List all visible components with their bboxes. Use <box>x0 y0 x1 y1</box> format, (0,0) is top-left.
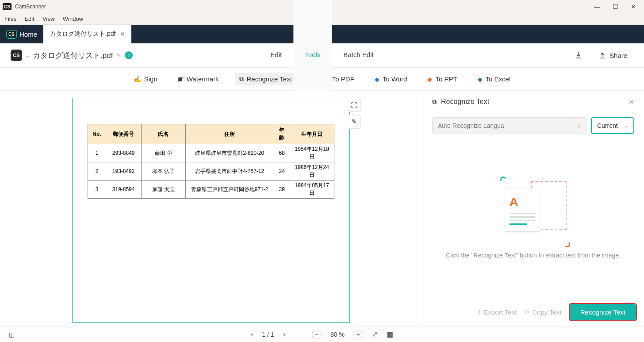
document-title: カタログ送付リスト.pdf <box>33 50 113 61</box>
document-page[interactable]: No. 郵便番号 氏名 住所 年齢 生年月日 1293-8849藤田 学岐阜県岐… <box>72 98 350 323</box>
panel-close-icon[interactable]: ✕ <box>629 98 634 106</box>
copy-icon: ⧉ <box>525 308 529 316</box>
language-value: Auto Recognize Langua <box>438 122 504 129</box>
panel-footer: ⤴ Export Text ⧉ Copy Text Recognize Text <box>422 298 644 326</box>
language-dropdown[interactable]: Auto Recognize Langua ⌄ <box>432 117 586 134</box>
th-age: 年齢 <box>274 124 290 144</box>
zoom-level: 80 % <box>330 331 345 338</box>
table-row: 2193-8492塚本 弘子岩手県盛岡市向中野4-757-12241986年12… <box>88 162 334 181</box>
cell-name: 藤田 学 <box>141 144 185 162</box>
cell-age: 24 <box>274 162 290 181</box>
cell-age: 68 <box>274 144 290 162</box>
sign-icon: ✍ <box>134 76 141 83</box>
page-range-dropdown[interactable]: Current ⌄ <box>591 117 634 134</box>
status-center: ‹ 1 / 1 › − 80 % + ⤢ ▦ <box>251 330 393 339</box>
close-button[interactable]: ✕ <box>631 3 636 10</box>
panel-body: Click the "Recognize Text" button to ext… <box>422 138 644 298</box>
cell-addr: 青森県三戸郡五戸町岡谷地971-2 <box>185 181 274 199</box>
menu-edit[interactable]: Edit <box>24 15 34 22</box>
ribbon-watermark[interactable]: ▣ Watermark <box>173 73 223 85</box>
recognize-illustration <box>500 177 567 243</box>
table-row: 3319-8594加藤 太志青森県三戸郡五戸町岡谷地971-2391984年05… <box>88 181 334 199</box>
window-controls: — ☐ ✕ <box>594 3 641 10</box>
right-actions: Share <box>571 48 633 63</box>
app-icon: CS <box>3 3 12 10</box>
tab-home[interactable]: CS Home <box>0 25 43 43</box>
menu-view[interactable]: View <box>42 15 55 22</box>
tab-document[interactable]: カタログ送付リスト.pdf ✕ <box>43 25 131 43</box>
fullscreen-button[interactable]: ⛶ <box>347 98 361 112</box>
cell-dob: 1984年05月17日 <box>290 181 334 199</box>
recognize-text-button[interactable]: Recognize Text <box>570 304 636 320</box>
grid-view-button[interactable]: ▦ <box>387 330 393 338</box>
cell-no: 1 <box>88 144 106 162</box>
cell-zip: 319-8594 <box>106 181 141 199</box>
cell-age: 39 <box>274 181 290 199</box>
cell-no: 2 <box>88 162 106 181</box>
panel-hint: Click the "Recognize Text" button to ext… <box>428 251 638 260</box>
ribbon-to-excel[interactable]: ◆ To Excel <box>473 73 515 85</box>
cell-addr: 岩手県盛岡市向中野4-757-12 <box>185 162 274 181</box>
edit-title-icon[interactable]: ✎ <box>116 52 121 59</box>
ribbon-to-ppt[interactable]: ◆ To PPT <box>423 73 461 85</box>
statusbar: ◫ ‹ 1 / 1 › − 80 % + ⤢ ▦ <box>0 326 644 342</box>
recognize-panel: ⧉ Recognize Text ✕ Auto Recognize Langua… <box>422 91 644 326</box>
excel-icon: ◆ <box>478 76 483 83</box>
maximize-button[interactable]: ☐ <box>613 3 618 10</box>
menu-files[interactable]: Files <box>4 15 16 22</box>
app-title: CamScanner <box>15 4 46 10</box>
tab-home-label: Home <box>19 31 37 38</box>
cell-dob: 1954年12月18日 <box>290 144 334 162</box>
ribbon-sign-label: Sign <box>144 75 157 83</box>
canvas-area[interactable]: No. 郵便番号 氏名 住所 年齢 生年月日 1293-8849藤田 学岐阜県岐… <box>0 91 422 326</box>
sync-badge-icon[interactable]: ✓ <box>125 51 133 59</box>
cell-name: 塚本 弘子 <box>141 162 185 181</box>
tab-close-icon[interactable]: ✕ <box>120 31 125 38</box>
main: No. 郵便番号 氏名 住所 年齢 生年月日 1293-8849藤田 学岐阜県岐… <box>0 91 644 326</box>
minimize-button[interactable]: — <box>594 3 600 10</box>
ribbon-word-label: To Word <box>383 75 407 83</box>
th-addr: 住所 <box>185 124 274 144</box>
cell-zip: 293-8849 <box>106 144 141 162</box>
table-row: 1293-8849藤田 学岐阜県岐阜市雪見町2-820-20681954年12月… <box>88 144 334 162</box>
th-name: 氏名 <box>141 124 185 144</box>
watermark-icon: ▣ <box>178 76 184 83</box>
ribbon-watermark-label: Watermark <box>187 75 219 83</box>
chevron-down-icon: ⌄ <box>624 123 628 129</box>
cell-zip: 193-8492 <box>106 162 141 181</box>
ribbon-sign[interactable]: ✍ Sign <box>129 73 162 85</box>
th-dob: 生年月日 <box>290 124 334 144</box>
doc-title-wrap: CS ⌄ カタログ送付リスト.pdf ✎ ✓ <box>11 50 133 61</box>
prev-page-button[interactable]: ‹ <box>251 330 253 338</box>
export-text-button[interactable]: ⤴ Export Text <box>478 308 517 316</box>
panel-controls: Auto Recognize Langua ⌄ Current ⌄ <box>422 113 644 138</box>
recognize-icon: ⧉ <box>239 75 244 83</box>
chevron-down-icon: ⌄ <box>577 123 581 129</box>
page-indicator: 1 / 1 <box>262 331 274 338</box>
cell-dob: 1986年12月24日 <box>290 162 334 181</box>
fit-button[interactable]: ⤢ <box>372 330 378 338</box>
share-button[interactable]: Share <box>592 49 633 62</box>
cell-name: 加藤 太志 <box>141 181 185 199</box>
zoom-out-button[interactable]: − <box>312 330 322 339</box>
zoom-in-button[interactable]: + <box>353 330 363 339</box>
panel-toggle-icon[interactable]: ◫ <box>9 331 15 338</box>
panel-title: Recognize Text <box>441 98 624 106</box>
ppt-icon: ◆ <box>427 76 432 83</box>
recognize-panel-icon: ⧉ <box>432 98 437 106</box>
comment-button[interactable]: ✎ <box>347 115 361 129</box>
export-label: Export Text <box>484 308 517 316</box>
menu-window[interactable]: Window <box>63 15 83 22</box>
copy-text-button[interactable]: ⧉ Copy Text <box>525 308 561 316</box>
page-range-value: Current <box>597 122 618 129</box>
download-button[interactable] <box>571 48 586 63</box>
th-no: No. <box>88 124 106 144</box>
doc-app-icon[interactable]: CS <box>11 50 22 61</box>
chevron-down-icon[interactable]: ⌄ <box>26 53 29 58</box>
export-icon: ⤴ <box>478 308 481 316</box>
share-icon <box>598 52 606 59</box>
cs-logo-icon: CS <box>6 30 17 38</box>
cell-addr: 岐阜県岐阜市雪見町2-820-20 <box>185 144 274 162</box>
toolbar: CS ⌄ カタログ送付リスト.pdf ✎ ✓ Edit Tools Batch … <box>0 43 644 68</box>
next-page-button[interactable]: › <box>283 330 285 338</box>
